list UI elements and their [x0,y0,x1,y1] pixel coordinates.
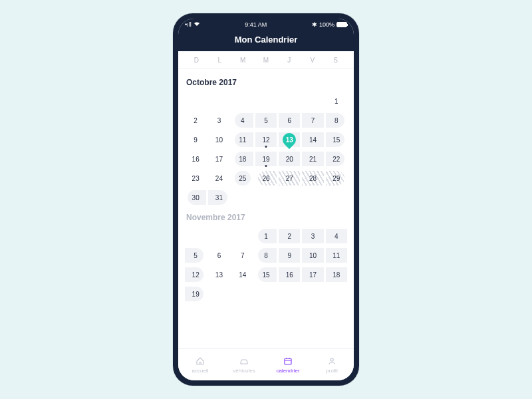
day-number: 7 [302,113,323,128]
day-cell[interactable]: 16 [185,150,206,168]
weekday-label: S [324,57,347,64]
tab-accueil[interactable]: accueil [178,349,222,380]
day-cell[interactable]: 6 [279,112,300,129]
day-cell[interactable]: 25 [232,170,253,187]
day-number [255,94,277,108]
day-cell[interactable]: 3 [208,112,229,129]
day-cell[interactable]: 13 [279,131,300,148]
tab-bar: accueilvéhiculescalendrierprofil [178,348,354,380]
day-number: 24 [208,171,229,186]
day-cell[interactable]: 20 [279,150,300,168]
day-cell[interactable]: 3 [302,227,323,245]
svg-point-1 [331,358,333,361]
day-cell[interactable]: 7 [302,112,323,129]
day-number [208,229,229,243]
day-cell[interactable]: 21 [302,150,323,168]
day-cell[interactable]: 18 [326,266,347,283]
weekday-label: J [277,57,301,64]
day-number: 27 [279,171,300,186]
day-cell[interactable]: 10 [302,247,323,264]
day-number [185,94,206,108]
day-cell[interactable]: 8 [326,112,347,129]
day-cell[interactable]: 24 [208,170,229,187]
day-cell[interactable]: 8 [255,247,277,264]
event-dot-icon [265,165,267,167]
tab-calendrier[interactable]: calendrier [266,349,310,380]
day-cell[interactable]: 31 [208,189,229,206]
day-number: 21 [302,152,323,166]
day-cell[interactable]: 2 [185,112,206,129]
day-cell[interactable]: 26 [255,170,277,187]
weekday-label: M [255,57,278,64]
status-bar: •ıll 9:41 AM ✱ 100% [178,19,354,31]
day-number: 20 [279,152,300,166]
day-cell[interactable]: 12 [255,131,277,148]
day-number [279,94,300,108]
day-number [232,94,253,108]
day-cell[interactable]: 27 [279,170,300,187]
day-number: 18 [232,152,253,166]
day-number: 3 [208,113,229,128]
month-label: Octobre 2017 [186,78,347,87]
day-cell[interactable]: 22 [326,150,347,168]
day-number: 2 [185,113,206,128]
day-number: 2 [279,229,300,243]
day-number: 11 [326,248,347,263]
day-number: 14 [232,267,253,282]
day-cell[interactable]: 19 [185,285,206,303]
day-cell[interactable]: 28 [302,170,323,187]
day-cell [302,92,323,110]
event-dot-icon [265,146,267,148]
tab-label: véhicules [233,368,255,374]
day-cell [208,227,229,245]
day-number: 15 [326,132,347,147]
weekday-label: D [185,57,208,64]
day-cell[interactable]: 15 [326,131,347,148]
day-cell[interactable]: 11 [232,131,253,148]
day-cell[interactable]: 23 [185,170,206,187]
day-cell[interactable]: 29 [326,170,347,187]
bluetooth-icon: ✱ [312,21,317,28]
day-number: 1 [255,229,277,243]
day-cell[interactable]: 9 [279,247,300,264]
wifi-icon [194,21,200,28]
day-number: 29 [326,171,347,186]
tab-vehicules[interactable]: véhicules [222,349,266,380]
status-time: 9:41 AM [245,21,267,28]
signal-icon: •ıll [185,21,192,28]
tab-label: accueil [192,368,209,374]
day-cell[interactable]: 18 [232,150,253,168]
day-cell[interactable]: 5 [255,112,277,129]
day-cell[interactable]: 1 [326,92,347,110]
day-cell[interactable]: 4 [326,227,347,245]
day-number: 10 [208,132,229,147]
day-cell[interactable]: 10 [208,131,229,148]
day-cell[interactable]: 2 [279,227,300,245]
day-cell[interactable]: 14 [302,131,323,148]
day-cell[interactable]: 30 [185,189,206,206]
day-cell[interactable]: 7 [232,247,253,264]
tab-profil[interactable]: profil [310,349,354,380]
day-cell[interactable]: 17 [302,266,323,283]
day-cell[interactable]: 4 [232,112,253,129]
day-cell[interactable]: 15 [255,266,277,283]
day-number: 12 [255,132,277,147]
day-cell[interactable]: 9 [185,131,206,148]
day-cell[interactable]: 13 [208,266,229,283]
day-cell[interactable]: 14 [232,266,253,283]
day-cell[interactable]: 11 [326,247,347,264]
day-cell[interactable]: 16 [279,266,300,283]
day-cell[interactable]: 1 [255,227,277,245]
day-cell[interactable]: 12 [185,266,206,283]
day-number: 15 [255,267,277,282]
month-grid: 12345678910111213141516171819 [185,227,347,303]
day-number: 13 [208,267,229,282]
day-cell[interactable]: 6 [208,247,229,264]
day-cell[interactable]: 19 [255,150,277,168]
calendar-icon [283,356,293,366]
day-cell[interactable]: 5 [185,247,206,264]
day-cell[interactable]: 17 [208,150,229,168]
day-number: 4 [232,113,253,128]
calendar-scroll[interactable]: Octobre 20171234567891011121314151617181… [178,68,354,348]
day-number: 25 [232,171,253,186]
